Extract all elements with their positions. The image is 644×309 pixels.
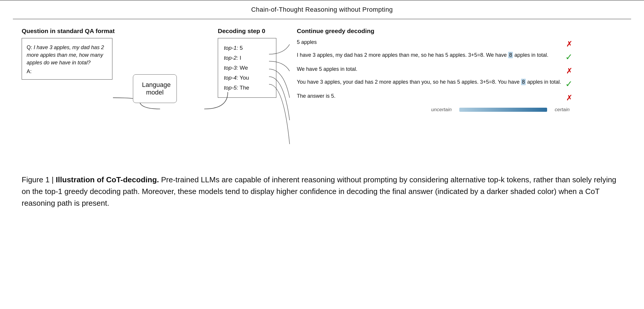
decoding-item-2: top-3: We [224, 63, 270, 73]
page: Chain-of-Thought Reasoning without Promp… [0, 0, 644, 309]
greedy-item-4-text: The answer is 5. [297, 92, 562, 100]
greedy-item-0-text: 5 apples [297, 39, 562, 46]
decoding-item-0: top-1: 5 [224, 43, 270, 53]
qa-label: Question in standard QA format [22, 28, 115, 35]
cross-icon-0: ✗ [566, 39, 573, 49]
uncertain-label: uncertain [431, 107, 452, 113]
lm-box: Language model [133, 74, 177, 103]
highlight-8-second: 8 [521, 79, 526, 85]
qa-question-prefix: Q: [27, 44, 34, 50]
decoding-section: Decoding step 0 top-1: 5 top-2: I top-3:… [218, 28, 276, 98]
cross-icon-2: ✗ [566, 66, 573, 76]
confidence-bar [459, 108, 547, 112]
diagram-wrapper: Question in standard QA format Q: I have… [13, 28, 631, 168]
qa-box: Q: I have 3 apples, my dad has 2 more ap… [22, 38, 112, 80]
page-title: Chain-of-Thought Reasoning without Promp… [251, 6, 393, 13]
decoding-label: Decoding step 0 [218, 28, 276, 35]
greedy-item-4: The answer is 5. ✗ [297, 92, 573, 103]
greedy-item-2-text: We have 5 apples in total. [297, 66, 562, 73]
qa-question-text: I have 3 apples, my dad has 2 more apple… [27, 44, 104, 66]
greedy-item-0: 5 apples ✗ [297, 39, 573, 49]
decoding-item-1: top-2: I [224, 53, 270, 63]
greedy-label: Continue greedy decoding [297, 28, 573, 35]
check-icon-3: ✓ [565, 78, 573, 90]
greedy-section: Continue greedy decoding 5 apples ✗ I ha… [297, 28, 573, 113]
greedy-item-1: I have 3 apples, my dad has 2 more apple… [297, 52, 573, 63]
lm-line1: Language [142, 81, 168, 89]
certain-label: certain [555, 107, 570, 113]
decoding-box: top-1: 5 top-2: I top-3: We top-4: You t… [218, 38, 276, 98]
figure-bold: Illustration of CoT-decoding. [56, 175, 159, 184]
check-icon-1: ✓ [565, 51, 573, 63]
greedy-items: 5 apples ✗ I have 3 apples, my dad has 2… [297, 39, 573, 103]
title-divider [13, 19, 631, 19]
language-model-box: Language model [121, 74, 177, 103]
qa-answer-label: A: [27, 68, 107, 75]
qa-section: Question in standard QA format Q: I have… [22, 28, 115, 80]
decoding-item-3: top-4: You [224, 73, 270, 83]
greedy-item-3-text: You have 3 apples, your dad has 2 more a… [297, 78, 561, 86]
figure-label: Figure 1 | [22, 175, 56, 184]
cross-icon-4: ✗ [566, 92, 573, 103]
top-border [0, 0, 644, 1]
greedy-item-1-text: I have 3 apples, my dad has 2 more apple… [297, 52, 561, 59]
lm-line2: model [142, 89, 168, 96]
confidence-row: uncertain certain [297, 107, 573, 113]
greedy-item-3: You have 3 apples, your dad has 2 more a… [297, 78, 573, 90]
highlight-8-first: 8 [508, 52, 513, 58]
decoding-item-4: top-5: The [224, 83, 270, 93]
caption-section: Figure 1 | Illustration of CoT-decoding.… [13, 171, 631, 218]
greedy-item-2: We have 5 apples in total. ✗ [297, 66, 573, 76]
